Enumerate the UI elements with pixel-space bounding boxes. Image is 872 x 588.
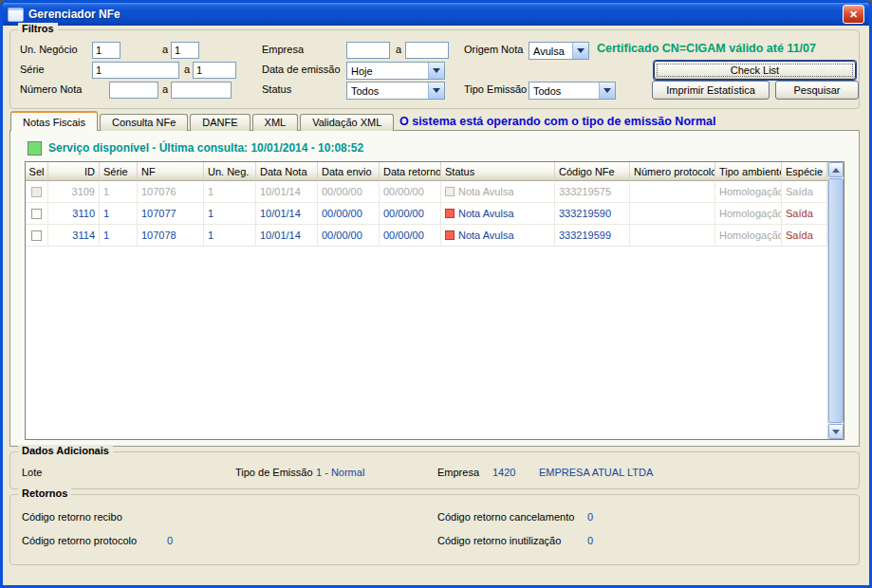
status-select[interactable]: Todos <box>346 82 445 100</box>
sel-cell <box>26 225 48 246</box>
column-header-id[interactable]: ID <box>48 162 100 181</box>
data-envio-cell: 00/00/00 <box>318 225 380 246</box>
table-row[interactable]: 3114 1 107078 1 10/01/14 00/00/00 00/00/… <box>26 225 827 247</box>
retorno-protocolo-label: Código retorno protocolo <box>22 535 137 546</box>
data-retorno-cell: 00/00/00 <box>380 181 441 202</box>
tab-danfe[interactable]: DANFE <box>190 114 250 131</box>
table-row[interactable]: 3109 1 107076 1 10/01/14 00/00/00 00/00/… <box>26 181 827 203</box>
table-row[interactable]: 3110 1 107077 1 10/01/14 00/00/00 00/00/… <box>26 203 827 225</box>
serie-from-input[interactable] <box>92 62 179 79</box>
data-nota-cell: 10/01/14 <box>256 225 318 246</box>
empresa-from-input[interactable] <box>346 42 390 59</box>
column-header-nf[interactable]: NF <box>138 162 204 181</box>
check-list-button[interactable]: Check List <box>654 61 856 80</box>
un-negocio-label: Un. Negócio <box>20 44 78 55</box>
codigo-nfe-cell: 333219599 <box>555 225 630 246</box>
nf-cell: 107078 <box>138 225 204 246</box>
data-retorno-cell: 00/00/00 <box>380 225 441 246</box>
data-envio-cell: 00/00/00 <box>318 181 380 202</box>
scrollbar-thumb[interactable] <box>828 178 844 423</box>
un-negocio-to-input[interactable] <box>171 42 199 59</box>
row-checkbox[interactable] <box>31 230 42 241</box>
un-negocio-from-input[interactable] <box>92 42 121 59</box>
pesquisar-button[interactable]: Pesquisar <box>775 81 859 100</box>
sel-cell <box>26 203 48 224</box>
numero-nota-label: Número Nota <box>20 83 82 95</box>
scroll-down-button[interactable] <box>828 424 844 439</box>
serie-cell: 1 <box>100 203 138 224</box>
empresa-label: Empresa <box>262 44 304 55</box>
column-header-numero-protocolo[interactable]: Número protocolo <box>630 162 715 181</box>
column-header-sel[interactable]: Sel <box>26 162 48 181</box>
column-header-codigo-nfe[interactable]: Código NFe <box>555 162 630 181</box>
title-bar[interactable]: Gerenciador NFe ✕ <box>3 3 869 26</box>
retornos-legend: Retornos <box>18 487 71 499</box>
status-cell: Nota Avulsa <box>441 225 555 246</box>
numero-nota-from-input[interactable] <box>109 82 158 99</box>
especie-cell: Saída <box>782 225 827 246</box>
window-content: Filtros Un. Negócio a Série a Número Not… <box>3 26 869 585</box>
serie-to-input[interactable] <box>193 62 236 79</box>
row-checkbox <box>31 187 42 197</box>
especie-cell: Saída <box>782 203 827 224</box>
sel-cell <box>26 181 48 202</box>
data-emissao-label: Data de emissão <box>262 64 341 75</box>
nf-cell: 107076 <box>138 181 204 202</box>
retorno-inutilizacao-label: Código retorno inutilização <box>437 535 561 546</box>
data-retorno-cell: 00/00/00 <box>380 203 441 224</box>
codigo-nfe-cell: 333219590 <box>555 203 630 224</box>
column-header-serie[interactable]: Série <box>100 162 138 181</box>
status-text: Nota Avulsa <box>458 186 514 197</box>
vertical-scrollbar[interactable] <box>827 162 844 439</box>
status-cell: Nota Avulsa <box>441 203 555 224</box>
notas-table: Sel ID Série NF Un. Neg. Data Nota Data … <box>25 161 844 440</box>
retorno-cancelamento-label: Código retorno cancelamento <box>437 511 574 523</box>
retorno-recibo-label: Código retorno recibo <box>22 511 122 523</box>
nf-cell: 107077 <box>138 203 204 224</box>
data-nota-cell: 10/01/14 <box>256 181 318 202</box>
row-checkbox[interactable] <box>31 209 42 219</box>
tipo-ambiente-cell: Homologação <box>715 225 782 246</box>
scroll-up-button[interactable] <box>828 162 844 177</box>
tab-validacao-xml[interactable]: Validação XML <box>300 114 394 131</box>
status-indicator <box>445 209 455 218</box>
status-indicator <box>445 187 455 196</box>
id-cell: 3114 <box>48 225 100 246</box>
column-header-status[interactable]: Status <box>441 162 555 181</box>
tab-consulta-nfe[interactable]: Consulta NFe <box>100 114 188 131</box>
tipo-ambiente-cell: Homologação <box>715 181 782 202</box>
origem-nota-value: Avulsa <box>529 46 572 57</box>
data-emissao-value: Hoje <box>347 65 428 77</box>
column-header-data-nota[interactable]: Data Nota <box>256 162 318 181</box>
column-header-data-retorno[interactable]: Data retorno <box>380 162 441 181</box>
empresa-to-input[interactable] <box>405 42 449 59</box>
imprimir-estatistica-button[interactable]: Imprimir Estatística <box>652 81 770 100</box>
empresa-codigo-value: 1420 <box>492 467 515 478</box>
column-header-especie[interactable]: Espécie <box>782 162 827 181</box>
range-separator: a <box>162 44 168 55</box>
origem-nota-select[interactable]: Avulsa <box>529 42 589 60</box>
chevron-down-icon <box>599 83 615 99</box>
column-header-tipo-ambiente[interactable]: Tipo ambiente <box>715 162 782 181</box>
filters-legend: Filtros <box>18 23 58 34</box>
tab-xml[interactable]: XML <box>252 114 299 131</box>
range-separator: a <box>184 64 190 75</box>
range-separator: a <box>162 83 168 95</box>
un-neg-cell: 1 <box>204 181 256 202</box>
tipo-emissao-select[interactable]: Todos <box>529 82 616 100</box>
column-header-un-neg[interactable]: Un. Neg. <box>204 162 256 181</box>
data-envio-cell: 00/00/00 <box>318 203 380 224</box>
close-button[interactable]: ✕ <box>843 5 864 24</box>
tab-notas-fiscais[interactable]: Notas Fiscais <box>10 111 98 131</box>
chevron-down-icon <box>572 43 588 59</box>
retorno-inutilizacao-value: 0 <box>587 535 593 546</box>
data-emissao-select[interactable]: Hoje <box>346 62 445 80</box>
id-cell: 3110 <box>48 203 100 224</box>
column-header-data-envio[interactable]: Data envio <box>318 162 380 181</box>
tipo-emissao-value: Todos <box>529 85 599 97</box>
numero-nota-to-input[interactable] <box>171 82 232 99</box>
numero-protocolo-cell <box>630 181 715 202</box>
emission-mode-notice: O sistema está operando com o tipo de em… <box>399 115 715 128</box>
retornos-group: Retornos Código retorno recibo Código re… <box>9 494 860 565</box>
data-nota-cell: 10/01/14 <box>256 203 318 224</box>
